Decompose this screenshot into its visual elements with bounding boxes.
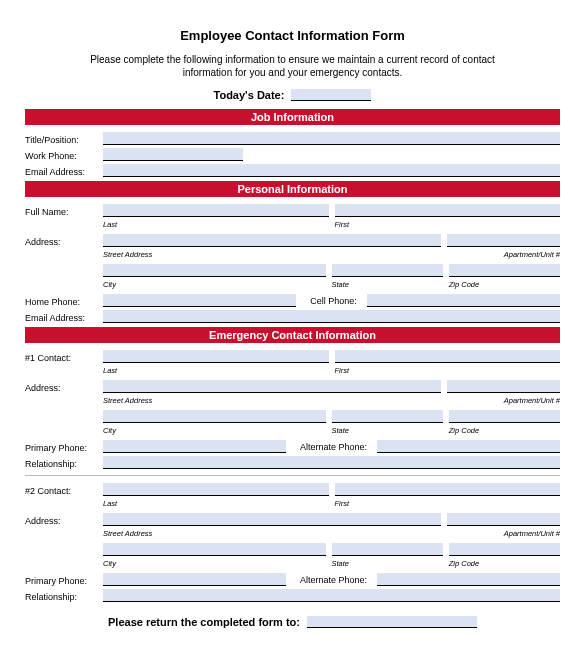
c1-state-input[interactable]	[332, 410, 443, 423]
sub-last: Last	[103, 219, 329, 229]
c2-sub-city: City	[103, 558, 326, 568]
c2-alternate-phone-input[interactable]	[377, 573, 560, 586]
sub-street: Street Address	[103, 249, 441, 259]
personal-state-input[interactable]	[332, 264, 443, 277]
sub-zip: Zip Code	[449, 279, 560, 289]
todays-date-input[interactable]	[291, 89, 371, 101]
c2-street-input[interactable]	[103, 513, 441, 526]
home-phone-label: Home Phone:	[25, 295, 103, 307]
title-position-input[interactable]	[103, 132, 560, 145]
sub-first: First	[335, 219, 561, 229]
personal-address-label: Address:	[25, 235, 103, 247]
contact2-label: #2 Contact:	[25, 484, 103, 496]
personal-city-input[interactable]	[103, 264, 326, 277]
c1-sub-state: State	[332, 425, 443, 435]
sub-state: State	[332, 279, 443, 289]
c2-first-input[interactable]	[335, 483, 561, 496]
todays-date-label: Today's Date:	[214, 89, 285, 101]
form-title: Employee Contact Information Form	[25, 28, 560, 43]
c2-sub-street: Street Address	[103, 528, 441, 538]
sub-apt: Apartment/Unit #	[447, 249, 560, 259]
section-header-personal: Personal Information	[25, 181, 560, 197]
c1-zip-input[interactable]	[449, 410, 560, 423]
c1-apt-input[interactable]	[447, 380, 560, 393]
personal-email-label: Email Address:	[25, 311, 103, 323]
contact1-label: #1 Contact:	[25, 351, 103, 363]
c1-street-input[interactable]	[103, 380, 441, 393]
title-position-label: Title/Position:	[25, 133, 103, 145]
c1-sub-street: Street Address	[103, 395, 441, 405]
work-phone-input[interactable]	[103, 148, 243, 161]
c2-sub-apt: Apartment/Unit #	[447, 528, 560, 538]
c1-relationship-label: Relationship:	[25, 457, 103, 469]
c1-sub-apt: Apartment/Unit #	[447, 395, 560, 405]
c1-sub-last: Last	[103, 365, 329, 375]
personal-apt-input[interactable]	[447, 234, 560, 247]
form-instructions: Please complete the following informatio…	[65, 53, 520, 79]
work-phone-label: Work Phone:	[25, 149, 103, 161]
c1-relationship-input[interactable]	[103, 456, 560, 469]
c2-sub-last: Last	[103, 498, 329, 508]
fullname-label: Full Name:	[25, 205, 103, 217]
c1-alternate-phone-label: Alternate Phone:	[292, 442, 371, 453]
fullname-last-input[interactable]	[103, 204, 329, 217]
c2-relationship-input[interactable]	[103, 589, 560, 602]
personal-zip-input[interactable]	[449, 264, 560, 277]
fullname-first-input[interactable]	[335, 204, 561, 217]
c2-sub-first: First	[335, 498, 561, 508]
return-to-input[interactable]	[307, 616, 477, 628]
todays-date-line: Today's Date:	[25, 89, 560, 101]
c1-sub-first: First	[335, 365, 561, 375]
c1-alternate-phone-input[interactable]	[377, 440, 560, 453]
job-email-label: Email Address:	[25, 165, 103, 177]
c1-sub-city: City	[103, 425, 326, 435]
cell-phone-input[interactable]	[367, 294, 560, 307]
c2-sub-zip: Zip Code	[449, 558, 560, 568]
c2-sub-state: State	[332, 558, 443, 568]
c2-zip-input[interactable]	[449, 543, 560, 556]
c2-last-input[interactable]	[103, 483, 329, 496]
c1-last-input[interactable]	[103, 350, 329, 363]
c1-address-label: Address:	[25, 381, 103, 393]
c1-city-input[interactable]	[103, 410, 326, 423]
return-line: Please return the completed form to:	[25, 616, 560, 628]
c1-first-input[interactable]	[335, 350, 561, 363]
c2-apt-input[interactable]	[447, 513, 560, 526]
c2-city-input[interactable]	[103, 543, 326, 556]
sub-city: City	[103, 279, 326, 289]
section-header-job: Job Information	[25, 109, 560, 125]
c2-relationship-label: Relationship:	[25, 590, 103, 602]
personal-street-input[interactable]	[103, 234, 441, 247]
contact-divider	[25, 475, 560, 476]
c2-alternate-phone-label: Alternate Phone:	[292, 575, 371, 586]
return-label: Please return the completed form to:	[108, 616, 300, 628]
home-phone-input[interactable]	[103, 294, 296, 307]
c2-address-label: Address:	[25, 514, 103, 526]
c2-primary-phone-input[interactable]	[103, 573, 286, 586]
c1-sub-zip: Zip Code	[449, 425, 560, 435]
job-email-input[interactable]	[103, 164, 560, 177]
cell-phone-label: Cell Phone:	[302, 296, 361, 307]
c2-state-input[interactable]	[332, 543, 443, 556]
c1-primary-phone-input[interactable]	[103, 440, 286, 453]
c2-primary-phone-label: Primary Phone:	[25, 574, 103, 586]
personal-email-input[interactable]	[103, 310, 560, 323]
c1-primary-phone-label: Primary Phone:	[25, 441, 103, 453]
section-header-emergency: Emergency Contact Information	[25, 327, 560, 343]
